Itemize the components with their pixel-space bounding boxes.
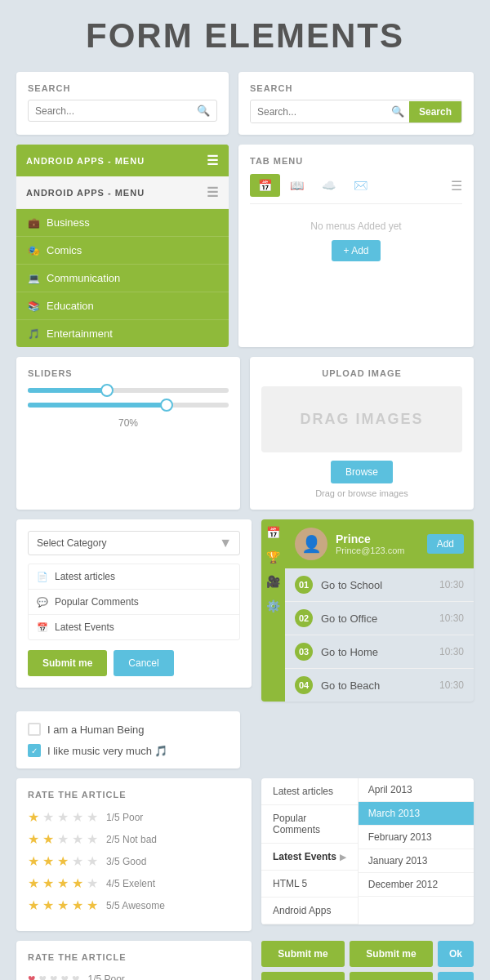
tab-icon-mail[interactable]: ✉️	[345, 174, 376, 197]
star-icon[interactable]: ★	[42, 853, 54, 869]
task-label: Go to Beach	[321, 679, 431, 692]
search-button[interactable]: Search	[409, 101, 461, 122]
profile-task-row: 03 Go to Home 10:30	[285, 635, 474, 669]
submit-button[interactable]: Submit me	[261, 972, 345, 980]
android-menu-item[interactable]: 🎭Comics	[16, 236, 229, 264]
heart-icon[interactable]: ♥	[28, 972, 36, 980]
drag-area[interactable]: DRAG IMAGES	[261, 386, 462, 452]
cancel-button[interactable]: Cancel	[114, 650, 173, 676]
upload-section: UPLOAD IMAGE DRAG IMAGES Browse Drag or …	[250, 357, 474, 510]
star-icon[interactable]: ★	[57, 853, 69, 869]
star-icon[interactable]: ★	[57, 831, 69, 847]
heart-icon[interactable]: ♥	[61, 972, 69, 980]
star-rating-row[interactable]: ★★★★★4/5 Exelent	[28, 875, 240, 891]
tab-icon-book[interactable]: 📖	[282, 174, 312, 197]
tab-icon-calendar[interactable]: 📅	[250, 174, 280, 197]
slider-fill-2	[28, 403, 168, 408]
task-time: 10:30	[439, 612, 464, 624]
calendar-month-item[interactable]: March 2013	[359, 802, 474, 826]
star-icon[interactable]: ★	[28, 809, 39, 825]
dropdown-list-item[interactable]: 💬Popular Comments	[29, 590, 239, 615]
star-icon[interactable]: ★	[42, 898, 54, 913]
star-icon[interactable]: ★	[87, 809, 98, 825]
calendar-menu-item[interactable]: HTML 5	[261, 871, 358, 898]
star-icon[interactable]: ★	[87, 853, 98, 869]
dropdown-section: Select Category ▼ 📄Latest articles💬Popul…	[16, 519, 252, 688]
star-icon[interactable]: ★	[42, 875, 54, 891]
android-menu-item[interactable]: 💻Communication	[16, 264, 229, 292]
add-menu-button[interactable]: + Add	[332, 240, 380, 261]
star-rating-row[interactable]: ★★★★★1/5 Poor	[28, 809, 240, 825]
submit-button[interactable]: Submit me	[350, 941, 433, 967]
slider-thumb-2[interactable]	[160, 399, 173, 412]
calendar-month-item[interactable]: April 2013	[359, 778, 474, 802]
calendar-month-item[interactable]: January 2013	[359, 849, 474, 873]
star-icon[interactable]: ★	[57, 898, 69, 913]
star-icon[interactable]: ★	[72, 809, 83, 825]
search-input-wrapper-2: 🔍 Search	[250, 100, 462, 123]
star-icon[interactable]: ★	[87, 831, 98, 847]
calendar-months: April 2013March 2013February 2013January…	[359, 778, 474, 924]
star-rating-row[interactable]: ★★★★★2/5 Not bad	[28, 831, 240, 847]
rate-stars-section: RATE THE ARTICLE ★★★★★1/5 Poor★★★★★2/5 N…	[16, 778, 252, 931]
android-menu-section: ANDROID APPS - MENU ☰ ANDROID APPS - MEN…	[16, 145, 229, 347]
star-icon[interactable]: ★	[57, 875, 69, 891]
tab-icon-cloud[interactable]: ☁️	[314, 174, 344, 197]
heart-rating-row[interactable]: ♥♥♥♥♥1/5 Poor	[28, 972, 240, 980]
calendar-month-item[interactable]: December 2012	[359, 873, 474, 897]
android-menu-item[interactable]: 💼Business	[16, 209, 229, 236]
star-icon[interactable]: ★	[72, 875, 83, 891]
profile-add-button[interactable]: Add	[427, 534, 464, 554]
calendar-menu-item[interactable]: Latest Events▶	[261, 844, 358, 871]
category-select[interactable]: Select Category	[28, 531, 240, 555]
calendar-menu-item[interactable]: Latest articles	[261, 778, 358, 805]
search-input-2[interactable]	[251, 101, 386, 122]
browse-button[interactable]: Browse	[331, 461, 393, 483]
star-icon[interactable]: ★	[28, 831, 39, 847]
ok-button[interactable]: Ok	[438, 941, 474, 967]
star-icon[interactable]: ★	[28, 875, 39, 891]
star-icon[interactable]: ★	[28, 898, 39, 913]
hamburger-icon-inner[interactable]: ☰	[207, 185, 219, 200]
tab-hamburger[interactable]: ☰	[451, 178, 462, 194]
star-icon[interactable]: ★	[87, 898, 98, 913]
ok-button[interactable]: Ok	[438, 972, 474, 980]
submit-button[interactable]: Submit me	[28, 650, 107, 676]
heart-icon[interactable]: ♥	[39, 972, 47, 980]
star-icon[interactable]: ★	[42, 831, 54, 847]
checkbox-row[interactable]: ✓ I like music very much 🎵	[28, 744, 229, 757]
checkbox-row[interactable]: I am a Human Being	[28, 723, 229, 736]
star-icon[interactable]: ★	[72, 831, 83, 847]
calendar-menu-item[interactable]: Android Apps	[261, 898, 358, 924]
dropdown-item-label: Latest Events	[55, 621, 114, 633]
android-menu-item[interactable]: 🎵Entertainment	[16, 319, 229, 347]
checkbox-box[interactable]	[28, 723, 41, 736]
calendar-month-item[interactable]: February 2013	[359, 826, 474, 849]
menu-item-label: Communication	[47, 272, 120, 284]
side-icon-item: 📅	[266, 526, 280, 539]
star-rating-row[interactable]: ★★★★★5/5 Awesome	[28, 898, 240, 913]
search-input-1[interactable]	[35, 105, 194, 117]
star-icon[interactable]: ★	[72, 853, 83, 869]
star-icon[interactable]: ★	[87, 875, 98, 891]
submit-button[interactable]: Submit me	[350, 972, 433, 980]
star-icon[interactable]: ★	[28, 853, 39, 869]
star-icon[interactable]: ★	[72, 898, 83, 913]
heart-icon[interactable]: ♥	[50, 972, 58, 980]
heart-icon[interactable]: ♥	[72, 972, 80, 980]
calendar-menu-item[interactable]: Popular Comments	[261, 805, 358, 844]
hamburger-icon-outer[interactable]: ☰	[207, 153, 219, 168]
android-menu-item[interactable]: 📚Education	[16, 292, 229, 319]
profile-info: Prince Prince@123.com	[336, 532, 419, 555]
star-rating-row[interactable]: ★★★★★3/5 Good	[28, 853, 240, 869]
dropdown-list-item[interactable]: 📄Latest articles	[29, 564, 239, 590]
side-icon-item: ⚙️	[266, 599, 280, 612]
slider-thumb-1[interactable]	[100, 384, 114, 397]
dropdown-list-item[interactable]: 📅Latest Events	[29, 615, 239, 639]
submit-button[interactable]: Submit me	[261, 941, 345, 967]
calendar-menu-list: Latest articlesPopular CommentsLatest Ev…	[261, 778, 359, 924]
checkbox-box[interactable]: ✓	[28, 744, 41, 757]
menu-item-label: Comics	[47, 244, 82, 256]
star-icon[interactable]: ★	[42, 809, 54, 825]
star-icon[interactable]: ★	[57, 809, 69, 825]
